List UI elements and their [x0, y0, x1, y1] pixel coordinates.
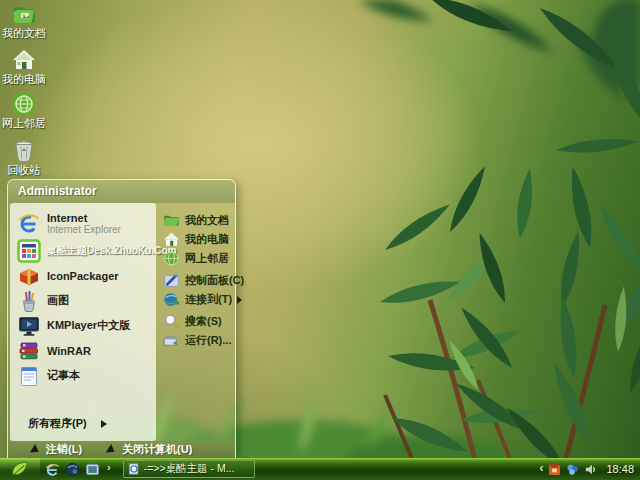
tray-network-icon[interactable] [566, 463, 579, 476]
submenu-arrow-icon [237, 296, 242, 304]
desktop-icon-my-computer[interactable]: 我的电脑 [0, 48, 48, 85]
menu-item-run[interactable]: 运行(R)... [163, 331, 248, 350]
taskbar: › -=>>桌酷主题 - M... ‹ [0, 458, 640, 480]
start-menu-places-list: 我的文档 我的电脑 [156, 203, 250, 441]
menu-item-title: WinRAR [47, 345, 91, 357]
menu-item-title: KMPlayer中文版 [47, 318, 130, 333]
task-button-zhuoku-window[interactable]: -=>>桌酷主题 - M... [123, 460, 255, 478]
desktop-icon-my-documents[interactable]: 我的文档 [0, 2, 48, 39]
desktop-icon-label: 我的文档 [0, 27, 48, 39]
desktop-icon-label: 我的电脑 [0, 73, 48, 85]
task-button-label: -=>>桌酷主题 - M... [144, 462, 235, 476]
winrar-icon [17, 339, 41, 363]
menu-item-subtitle: Internet Explorer [47, 224, 121, 235]
quick-launch-globe-icon[interactable] [65, 462, 80, 477]
desktop-screen: 我的文档 我的电脑 网上邻居 回收站 [0, 0, 640, 480]
start-menu-footer: 注销(L) 关闭计算机(U) [8, 441, 235, 458]
desktop-icon-recycle-bin[interactable]: 回收站 [0, 139, 48, 176]
connect-to-icon [163, 291, 180, 308]
tray-collapse-icon[interactable]: ‹ [539, 461, 543, 475]
network-places-icon [163, 250, 180, 267]
search-icon [163, 313, 180, 330]
all-programs-label: 所有程序(P) [28, 416, 87, 431]
system-tray: ‹ 18:48 [539, 462, 640, 476]
quick-launch-expand-icon[interactable]: › [107, 461, 111, 473]
desktop-icon-label: 网上邻居 [0, 117, 48, 129]
log-off-button[interactable]: 注销(L) [32, 442, 82, 457]
turn-off-label: 关闭计算机(U) [122, 442, 192, 457]
task-button-page-icon [128, 463, 140, 475]
menu-item-title: 画图 [47, 293, 69, 308]
quick-launch-ie-icon[interactable] [45, 462, 60, 477]
tray-security-icon[interactable] [548, 463, 561, 476]
menu-item-label: 连接到(T) [185, 292, 232, 307]
menu-item-label: 搜索(S) [185, 314, 222, 329]
menu-item-label: 我的电脑 [185, 232, 229, 247]
menu-item-label: 我的文档 [185, 213, 229, 228]
kmplayer-icon [17, 314, 41, 338]
recycle-bin-icon [12, 139, 36, 163]
all-programs-button[interactable]: 所有程序(P) [14, 412, 153, 437]
menu-item-search[interactable]: 搜索(S) [163, 312, 248, 331]
menu-item-winrar[interactable]: WinRAR [14, 338, 153, 363]
start-menu-user: Administrator [8, 180, 235, 203]
control-panel-icon [163, 272, 180, 289]
log-off-icon [30, 443, 41, 455]
my-documents-icon [12, 2, 36, 26]
menu-item-paint[interactable]: 画图 [14, 288, 153, 313]
start-menu: Administrator Internet Internet Explorer [7, 179, 236, 458]
start-button[interactable] [0, 458, 40, 480]
turn-off-computer-button[interactable]: 关闭计算机(U) [108, 442, 192, 457]
my-computer-icon [163, 231, 180, 248]
menu-item-my-computer[interactable]: 我的电脑 [163, 230, 248, 249]
desktop-icon-network-places[interactable]: 网上邻居 [0, 92, 48, 129]
menu-item-my-documents[interactable]: 我的文档 [163, 211, 248, 230]
menu-item-label: 网上邻居 [185, 251, 229, 266]
notepad-icon [17, 364, 41, 388]
menu-item-kmplayer[interactable]: KMPlayer中文版 [14, 313, 153, 338]
menu-item-label: 控制面板(C) [185, 273, 244, 288]
iconpackager-icon [17, 264, 41, 288]
desktop-icon-label: 回收站 [0, 164, 48, 176]
my-computer-icon [12, 48, 36, 72]
tray-clock[interactable]: 18:48 [606, 463, 634, 475]
my-documents-icon [163, 212, 180, 229]
menu-item-title: 记事本 [47, 368, 80, 383]
turn-off-icon [106, 443, 117, 455]
internet-explorer-icon [17, 211, 41, 235]
log-off-label: 注销(L) [46, 442, 82, 457]
start-menu-pinned-list: Internet Internet Explorer [10, 203, 156, 441]
menu-item-internet[interactable]: Internet Internet Explorer [14, 208, 153, 238]
tray-volume-icon[interactable] [584, 463, 597, 476]
paint-icon [17, 289, 41, 313]
menu-item-iconpackager[interactable]: IconPackager [14, 263, 153, 288]
all-programs-arrow-icon [101, 420, 107, 428]
menu-item-label: 运行(R)... [185, 333, 231, 348]
network-places-icon [12, 92, 36, 116]
quick-launch-bar: › [45, 462, 111, 477]
menu-item-notepad[interactable]: 记事本 [14, 363, 153, 388]
zhuoku-theme-icon [17, 239, 41, 263]
menu-item-connect-to[interactable]: 连接到(T) [163, 290, 248, 309]
quick-launch-media-icon[interactable] [85, 462, 100, 477]
start-leaf-icon [10, 460, 30, 478]
start-menu-body: Internet Internet Explorer [10, 203, 233, 441]
menu-item-control-panel[interactable]: 控制面板(C) [163, 271, 248, 290]
menu-item-title: IconPackager [47, 270, 119, 282]
run-icon [163, 332, 180, 349]
menu-item-zhuoku-theme[interactable]: 桌酷主题Desk.ZhuoKu.Com [14, 238, 153, 263]
menu-item-title: Internet [47, 212, 121, 224]
menu-item-network-places[interactable]: 网上邻居 [163, 249, 248, 268]
